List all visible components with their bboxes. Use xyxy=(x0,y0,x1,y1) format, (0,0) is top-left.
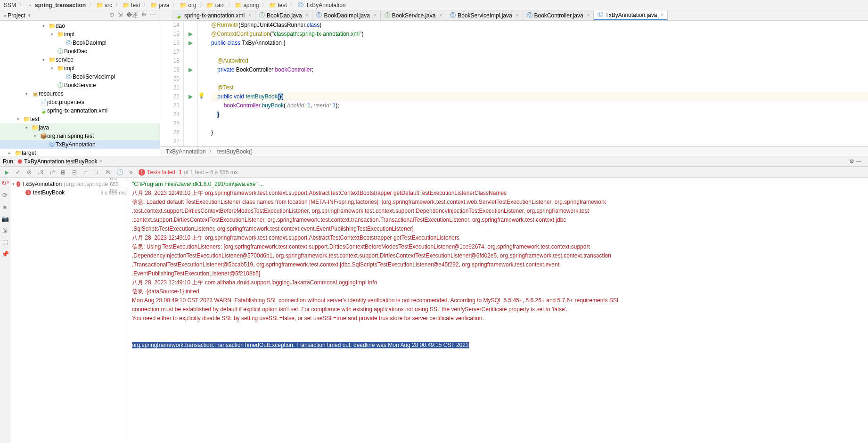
tab-bookdao[interactable]: ⒾBookDao.java× xyxy=(255,10,313,20)
tab-txbyannotation[interactable]: ⒸTxByAnnotation.java× xyxy=(594,10,668,20)
tree-folder-dao[interactable]: ▾📁dao xyxy=(0,22,160,30)
tree-file-bookserviceimpl[interactable]: ⒸBookServiceImpl xyxy=(0,72,160,81)
breadcrumb-item[interactable]: rain xyxy=(214,2,226,8)
code-editor[interactable]: 1415161718192021222324252627 ▶▶▶▶ 💡 @Run… xyxy=(160,21,868,146)
tree-folder-impl[interactable]: ▾📁impl xyxy=(0,64,160,72)
breadcrumb-item[interactable]: SSM xyxy=(3,2,17,8)
breadcrumb-item[interactable]: src xyxy=(104,2,113,8)
tree-folder-impl[interactable]: ▾📁impl xyxy=(0,30,160,39)
tree-file-bookdao[interactable]: ⒾBookDao xyxy=(0,47,160,56)
fail-icon: ! xyxy=(16,181,20,187)
interface-icon: Ⓘ xyxy=(385,11,390,19)
console-output[interactable]: "C:\Program Files\Java\jdk1.8.0_291\bin\… xyxy=(128,178,868,443)
breadcrumb-item[interactable]: org xyxy=(187,2,197,8)
import-icon[interactable]: ⬚ xyxy=(2,239,8,246)
test-root[interactable]: ▾ ! TxByAnnotation (org.rain.spring.te 6… xyxy=(12,180,126,188)
project-selector[interactable]: ▫ Project ▼ xyxy=(4,12,109,19)
close-icon[interactable]: × xyxy=(516,13,519,18)
more-button[interactable]: » xyxy=(127,169,135,176)
class-icon: Ⓒ xyxy=(450,11,456,19)
breadcrumb-class[interactable]: TxByAnnotation xyxy=(166,148,206,155)
tree-folder-test[interactable]: ▾📁test xyxy=(0,115,160,123)
toggle-auto-icon[interactable]: ⟳ xyxy=(2,192,8,199)
test-tree[interactable]: ▾ ! TxByAnnotation (org.rain.spring.te 6… xyxy=(10,178,128,443)
tree-file-bookdaoimpl[interactable]: ⒸBookDaoImpl xyxy=(0,39,160,47)
breadcrumb-item[interactable]: test xyxy=(130,2,141,8)
rerun-failed-icon[interactable]: ↻⁹ xyxy=(1,180,9,187)
collapse-button[interactable]: ⊟ xyxy=(71,169,78,176)
run-tab[interactable]: ⬣ TxByAnnotation.testBuyBook × xyxy=(15,158,105,165)
layout-icon[interactable]: ⇲ xyxy=(2,227,8,234)
pin-icon[interactable]: 📌 xyxy=(1,250,9,258)
excluded-folder-icon: 📁 xyxy=(14,150,22,156)
tree-folder-target[interactable]: ▸📁target xyxy=(0,149,160,156)
export-button[interactable]: ⇱ xyxy=(105,169,112,176)
breadcrumb-item[interactable]: spring xyxy=(243,2,260,8)
tree-file-jdbc-properties[interactable]: 📄jdbc.properties xyxy=(0,98,160,106)
project-tree[interactable]: ▾📁dao ▾📁impl ⒸBookDaoImpl ⒾBookDao ▾📁ser… xyxy=(0,21,160,156)
sort-button[interactable]: ↓₹ xyxy=(37,169,44,176)
rerun-button[interactable]: ▶ xyxy=(3,169,10,176)
close-icon[interactable]: × xyxy=(587,13,590,18)
class-icon: Ⓒ xyxy=(297,2,304,8)
class-icon: Ⓒ xyxy=(316,11,322,19)
close-icon[interactable]: × xyxy=(248,13,251,18)
next-button[interactable]: ↓ xyxy=(93,169,101,176)
breadcrumb-item[interactable]: java xyxy=(158,2,170,8)
toggle-tests-button[interactable]: ✓ xyxy=(14,169,22,176)
close-icon[interactable]: × xyxy=(439,13,442,18)
code-content[interactable]: @RunWith(SpringJUnit4ClassRunner.class) … xyxy=(207,21,868,146)
toggle-ignored-button[interactable]: ⊘ xyxy=(25,169,33,176)
tree-file-bookservice[interactable]: ⒾBookService xyxy=(0,81,160,89)
test-folder-icon: 📁 xyxy=(31,124,39,131)
tree-folder-resources[interactable]: ▾▣resources xyxy=(0,89,160,98)
test-method[interactable]: ! testBuyBook 6 s 655 ms xyxy=(12,188,126,197)
close-icon[interactable]: × xyxy=(99,159,102,164)
run-gutter-icon[interactable]: ▶ xyxy=(184,65,197,74)
prev-button[interactable]: ↑ xyxy=(82,169,90,176)
breadcrumb-item[interactable]: test xyxy=(277,2,287,8)
xml-icon: 🍃 xyxy=(175,12,182,19)
close-icon[interactable]: × xyxy=(374,13,377,18)
intention-bulb-icon[interactable]: 💡 xyxy=(198,92,207,101)
settings-icon[interactable]: ⚙ — xyxy=(849,158,861,165)
close-icon[interactable]: × xyxy=(661,12,663,17)
hide-icon[interactable]: — xyxy=(150,11,156,19)
tab-bookserviceimpl[interactable]: ⒸBookServiceImpl.java× xyxy=(446,10,523,20)
interface-icon: Ⓘ xyxy=(57,48,64,56)
close-icon[interactable]: × xyxy=(306,13,309,18)
editor-breadcrumb: TxByAnnotation 〉 testBuyBook() xyxy=(160,146,868,156)
breadcrumb-method[interactable]: testBuyBook() xyxy=(217,148,253,155)
stop-icon[interactable]: ■ xyxy=(3,203,7,210)
tree-file-spring-xml[interactable]: 🍃spring-tx-annotation.xml xyxy=(0,106,160,115)
folder-icon: 📁 xyxy=(57,65,64,72)
tab-bookdaoimpl[interactable]: ⒸBookDaoImpl.java× xyxy=(312,10,380,20)
tree-file-txbyannotation[interactable]: ⒸTxByAnnotation xyxy=(0,140,160,149)
tab-bookcontroller[interactable]: ⒸBookController.java× xyxy=(523,10,594,20)
select-opened-file-icon[interactable]: ⊙ xyxy=(109,11,114,19)
settings-icon[interactable]: ⚙ xyxy=(141,11,147,19)
interface-icon: Ⓘ xyxy=(259,11,265,19)
collapse-all-icon[interactable]: �还 xyxy=(126,11,138,19)
tab-spring-xml[interactable]: 🍃spring-tx-annotation.xml× xyxy=(172,10,255,20)
history-button[interactable]: 🕐 xyxy=(116,169,123,176)
breadcrumb-item[interactable]: TxByAnnotation xyxy=(305,2,347,8)
dump-icon[interactable]: 📷 xyxy=(1,215,9,222)
run-gutter-icon[interactable]: ▶ xyxy=(184,92,197,101)
test-config-icon: ⬣ xyxy=(17,158,22,165)
class-icon: Ⓒ xyxy=(65,39,73,47)
tab-bookservice[interactable]: ⒾBookService.java× xyxy=(381,10,447,20)
run-gutter-icon[interactable]: ▶ xyxy=(184,30,197,39)
tree-folder-java[interactable]: ▾📁java xyxy=(0,123,160,132)
run-label: Run: xyxy=(3,158,15,165)
exception-line[interactable]: org.springframework.transaction.Transact… xyxy=(132,342,469,348)
project-icon: ▫ xyxy=(4,12,6,19)
breadcrumb-item[interactable]: spring_transaction xyxy=(34,2,87,8)
expand-button[interactable]: ⊞ xyxy=(59,169,67,176)
tree-package[interactable]: ▾📦org.rain.spring.test xyxy=(0,132,160,140)
run-gutter-icon[interactable]: ▶ xyxy=(184,39,197,48)
expand-all-icon[interactable]: ⇲ xyxy=(118,11,123,19)
gutter-icons[interactable]: ▶▶▶▶ xyxy=(184,21,198,146)
sort-alpha-button[interactable]: ↓ᴬ xyxy=(48,169,56,176)
tree-folder-service[interactable]: ▾📁service xyxy=(0,56,160,64)
